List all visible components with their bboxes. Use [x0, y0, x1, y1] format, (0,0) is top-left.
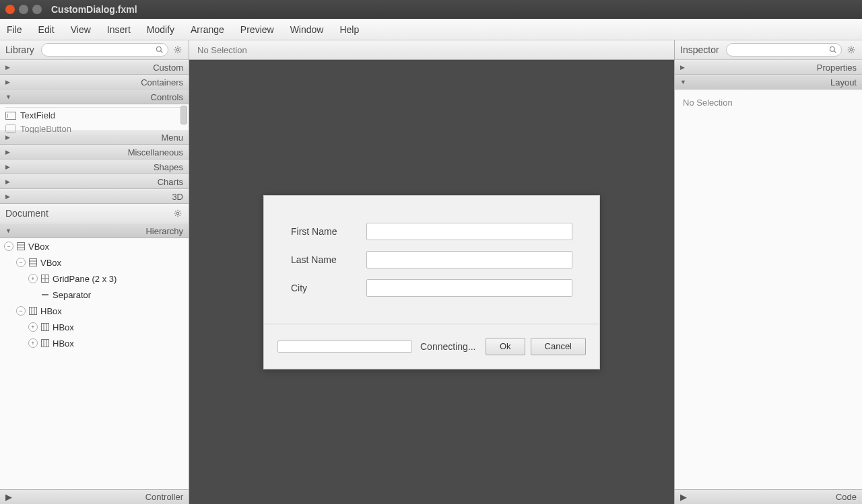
tree-node-hbox[interactable]: + HBox: [0, 335, 189, 351]
inspector-header: Inspector: [675, 40, 862, 60]
section-label: Containers: [141, 77, 183, 87]
tree-node-label: VBox: [40, 258, 61, 268]
tree-node-label: GridPane (2 x 3): [53, 274, 117, 284]
menu-window[interactable]: Window: [290, 24, 324, 35]
menubar: File Edit View Insert Modify Arrange Pre…: [0, 19, 862, 40]
library-section-containers[interactable]: ▶ Containers: [0, 75, 189, 89]
menu-help[interactable]: Help: [339, 24, 359, 35]
expand-icon[interactable]: +: [28, 322, 38, 332]
textfield-icon: [5, 112, 16, 120]
chevron-right-icon: ▶: [5, 164, 10, 170]
ok-button-label: Ok: [500, 341, 511, 351]
togglebutton-icon: [5, 124, 16, 133]
svg-rect-10: [30, 259, 37, 266]
menu-insert[interactable]: Insert: [107, 24, 131, 35]
library-section-controls[interactable]: ▼ Controls: [0, 89, 189, 104]
chevron-right-icon: ▶: [5, 64, 10, 71]
library-header: Library: [0, 40, 189, 60]
last-name-input[interactable]: [366, 251, 572, 268]
document-header: Document: [0, 204, 189, 223]
library-gear-button[interactable]: [172, 44, 183, 55]
gear-icon: [847, 45, 856, 55]
tree-node-gridpane[interactable]: + GridPane (2 x 3): [0, 271, 189, 287]
main-layout: Library ▶ Custom ▶ Containers ▼ Controls…: [0, 40, 862, 504]
section-label: Custom: [153, 63, 183, 73]
city-label: City: [291, 283, 366, 293]
section-label: Menu: [161, 133, 183, 143]
svg-point-26: [830, 47, 835, 52]
list-item[interactable]: ToggleButton: [0, 124, 189, 133]
no-selection-text: No Selection: [683, 98, 733, 108]
menu-modify[interactable]: Modify: [147, 24, 174, 35]
list-item-label: ToggleButton: [20, 124, 71, 133]
tree-node-vbox[interactable]: − VBox: [0, 254, 189, 271]
tree-node-label: Separator: [53, 290, 91, 300]
chevron-right-icon: ▶: [5, 149, 10, 155]
collapse-icon[interactable]: −: [4, 242, 13, 251]
section-label: Controls: [151, 92, 183, 102]
svg-point-2: [176, 48, 179, 51]
search-icon: [829, 46, 837, 54]
document-section-controller[interactable]: ▶ Controller: [0, 489, 189, 504]
library-section-3d[interactable]: ▶ 3D: [0, 189, 189, 204]
collapse-icon[interactable]: −: [16, 258, 26, 267]
selection-breadcrumb: No Selection: [189, 40, 674, 60]
library-section-custom[interactable]: ▶ Custom: [0, 60, 189, 75]
list-item-label: TextField: [20, 110, 55, 120]
titlebar: CustomDialog.fxml: [0, 0, 862, 19]
city-input[interactable]: [366, 279, 572, 297]
section-label: Shapes: [154, 162, 183, 172]
library-section-shapes[interactable]: ▶ Shapes: [0, 159, 189, 174]
gear-icon: [173, 209, 183, 218]
inspector-section-layout[interactable]: ▼ Layout: [675, 75, 862, 89]
menu-file[interactable]: File: [7, 24, 22, 35]
left-panel: Library ▶ Custom ▶ Containers ▼ Controls…: [0, 40, 189, 504]
svg-rect-7: [18, 243, 25, 250]
inspector-content: No Selection: [675, 89, 862, 489]
inspector-gear-button[interactable]: [846, 44, 857, 55]
expand-icon[interactable]: +: [28, 338, 38, 348]
vbox-icon: [16, 242, 26, 251]
library-search-input[interactable]: [41, 43, 168, 57]
svg-point-28: [850, 48, 853, 51]
gear-icon: [173, 45, 183, 55]
menu-arrange[interactable]: Arrange: [191, 24, 224, 35]
tree-node-label: HBox: [53, 338, 74, 349]
tree-node-hbox[interactable]: + HBox: [0, 319, 189, 335]
collapse-icon[interactable]: −: [16, 306, 26, 316]
tree-node-hbox[interactable]: − HBox: [0, 303, 189, 319]
menu-edit[interactable]: Edit: [38, 24, 55, 35]
inspector-section-properties[interactable]: ▶ Properties: [675, 60, 862, 75]
right-panel: Inspector ▶ Properties ▼ Layout No Selec…: [674, 40, 862, 504]
tree-node-separator[interactable]: Separator: [0, 287, 189, 303]
svg-point-6: [176, 212, 179, 215]
controls-list[interactable]: TextField ToggleButton: [0, 104, 189, 130]
inspector-search-input[interactable]: [726, 43, 842, 57]
minimize-icon[interactable]: [19, 5, 28, 14]
scrollbar-thumb[interactable]: [180, 106, 187, 124]
hbox-icon: [28, 306, 38, 316]
list-item[interactable]: TextField: [0, 108, 189, 124]
library-section-charts[interactable]: ▶ Charts: [0, 174, 189, 189]
hbox-icon: [40, 338, 50, 348]
tree-node-vbox[interactable]: − VBox: [0, 238, 189, 254]
cancel-button[interactable]: Cancel: [531, 338, 586, 355]
document-section-hierarchy[interactable]: ▼ Hierarchy: [0, 223, 189, 238]
library-section-miscellaneous[interactable]: ▶ Miscellaneous: [0, 145, 189, 159]
first-name-input[interactable]: [366, 223, 572, 240]
menu-preview[interactable]: Preview: [240, 24, 274, 35]
menu-view[interactable]: View: [71, 24, 91, 35]
expand-icon[interactable]: +: [28, 274, 38, 283]
document-gear-button[interactable]: [172, 208, 183, 219]
last-name-label: Last Name: [291, 254, 366, 265]
maximize-icon[interactable]: [32, 5, 42, 14]
custom-dialog[interactable]: First Name Last Name City Connecti: [263, 195, 600, 369]
dialog-body: First Name Last Name City: [264, 196, 599, 324]
close-icon[interactable]: [5, 5, 15, 14]
design-canvas[interactable]: First Name Last Name City Connecti: [189, 60, 674, 504]
ok-button[interactable]: Ok: [486, 338, 525, 355]
inspector-section-code[interactable]: ▶ Code: [675, 489, 862, 504]
svg-line-27: [834, 51, 836, 53]
cancel-button-label: Cancel: [545, 341, 572, 351]
separator-icon: [40, 290, 50, 299]
